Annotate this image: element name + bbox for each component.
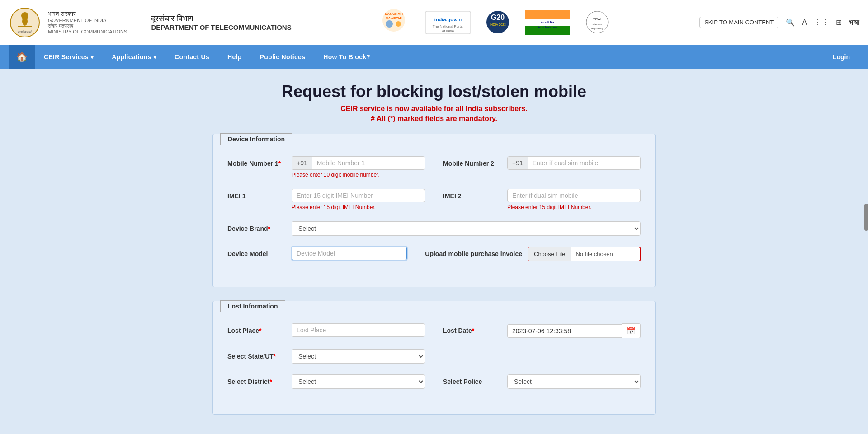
model-input[interactable] (292, 247, 407, 260)
state-row: Select State/UT* Select (227, 349, 641, 364)
mobile2-input[interactable] (528, 157, 640, 169)
nav-login-button[interactable]: Login (824, 45, 859, 69)
lost-date-input[interactable] (507, 324, 622, 338)
imei1-label: IMEI 1 (227, 189, 286, 200)
mobile1-prefix: +91 (292, 157, 312, 169)
lost-info-body: Lost Place* Lost Date* (213, 313, 655, 414)
azadi-logo: Azadi Ka Amrit Mahotsav (525, 10, 570, 35)
lost-date-input-wrap: 📅 (507, 323, 641, 338)
lost-information-section: Lost Information Lost Place* Lost (212, 301, 656, 415)
date-wrap: 📅 (507, 323, 641, 338)
svg-text:telecom: telecom (592, 23, 602, 26)
nav-item-public-notices[interactable]: Public Notices (251, 45, 315, 69)
mobile1-input[interactable] (312, 157, 425, 169)
page-subtitle: CEIR service is now available for all In… (212, 105, 656, 113)
model-group: Device Model (227, 247, 407, 260)
district-select[interactable]: Select (292, 374, 425, 389)
india-gov-logo: india.gov.in The National Portal of Indi… (425, 10, 471, 35)
sitemap-icon-button[interactable]: ⊞ (836, 18, 842, 27)
svg-text:G20: G20 (491, 14, 505, 21)
ashoka-emblem-icon: सत्यमेव जयते (9, 7, 41, 38)
device-info-body: Mobile Number 1* +91 Please enter 10 dig… (213, 145, 655, 287)
upload-label: Upload mobile purchase invoice (425, 247, 522, 257)
svg-text:INDIA 2023: INDIA 2023 (490, 23, 506, 26)
nav-item-ceir-services[interactable]: CEIR Services ▾ (35, 45, 103, 69)
imei2-input[interactable] (507, 189, 641, 202)
ministry-english: MINISTRY OF COMMUNICATIONS (48, 29, 127, 34)
header-left: सत्यमेव जयते भारत सरकार GOVERNMENT OF IN… (9, 7, 292, 38)
model-upload-row: Device Model Upload mobile purchase invo… (227, 247, 641, 261)
calendar-icon-button[interactable]: 📅 (622, 323, 641, 338)
page-mandatory-note: # All (*) marked fields are mandatory. (212, 115, 656, 123)
header-center: SANCHAR SAARTHI india.gov.in The Nationa… (376, 7, 615, 38)
ministry-hindi: संचार मंत्रालय (48, 23, 127, 29)
mobile1-input-wrap: +91 Please enter 10 digit mobile number. (292, 156, 425, 178)
language-button[interactable]: भाषा (849, 19, 859, 27)
top-bar: सत्यमेव जयते भारत सरकार GOVERNMENT OF IN… (0, 0, 868, 45)
top-icons: 🔍 A ⋮⋮ ⊞ (786, 18, 842, 27)
svg-text:india.gov.in: india.gov.in (434, 17, 462, 22)
dept-hindi: दूरसंचार विभाग (151, 14, 291, 23)
mobile1-input-container: +91 (292, 156, 425, 170)
device-information-section: Device Information Mobile Number 1* +91 (212, 134, 656, 287)
skip-link[interactable]: SKIP TO MAIN CONTENT (699, 17, 778, 28)
form-container: Request for blocking lost/stolen mobile … (212, 82, 656, 428)
partner-logos: india.gov.in The National Portal of Indi… (425, 10, 615, 35)
sanchar-saarthi-logo: SANCHAR SAARTHI (376, 7, 412, 38)
svg-point-2 (22, 17, 28, 26)
nav-item-help[interactable]: Help (218, 45, 251, 69)
govt-hindi: भारत सरकार (48, 10, 127, 18)
lost-place-input[interactable] (292, 323, 425, 337)
lost-place-date-row: Lost Place* Lost Date* (227, 323, 641, 338)
lost-info-header: Lost Information (220, 300, 285, 312)
brand-select[interactable]: Select (292, 221, 641, 236)
home-nav-button[interactable]: 🏠 (9, 45, 35, 69)
imei2-input-wrap: Please enter 15 digit IMEI Number. (507, 189, 641, 210)
file-input-container: Choose File No file chosen (528, 247, 641, 261)
svg-text:of India: of India (442, 29, 454, 33)
state-label: Select State/UT* (227, 349, 286, 360)
choose-file-button[interactable]: Choose File (528, 247, 571, 261)
svg-text:Azadi Ka: Azadi Ka (541, 21, 554, 24)
svg-text:सत्यमेव जयते: सत्यमेव जयते (17, 30, 33, 33)
trai-logo: TRAI telecom regulatory (579, 10, 615, 35)
chevron-down-icon: ▾ (153, 53, 156, 61)
scrollbar (864, 204, 868, 231)
mobile2-group: Mobile Number 2 +91 (443, 156, 641, 170)
state-group: Select State/UT* Select (227, 349, 425, 364)
police-select[interactable]: Select (507, 374, 641, 389)
share-icon-button[interactable]: ⋮⋮ (814, 18, 829, 27)
police-label: Select Police (443, 374, 502, 385)
district-group: Select District* Select (227, 374, 425, 389)
nav-item-contact-us[interactable]: Contact Us (165, 45, 218, 69)
svg-text:The National Portal: The National Portal (433, 24, 464, 28)
brand-input-wrap: Select (292, 221, 641, 236)
lost-place-input-wrap (292, 323, 425, 337)
device-info-header: Device Information (220, 133, 292, 145)
lost-place-label: Lost Place* (227, 323, 286, 334)
svg-text:regulatory: regulatory (591, 27, 604, 30)
mobile1-required-star: * (278, 160, 281, 167)
svg-text:SAARTHI: SAARTHI (386, 16, 402, 20)
mobile2-prefix: +91 (508, 157, 528, 169)
nav-item-how-to-block[interactable]: How to block? (314, 45, 379, 69)
brand-label: Device Brand* (227, 221, 286, 232)
search-icon-button[interactable]: 🔍 (786, 18, 795, 27)
chevron-down-icon: ▾ (90, 53, 94, 61)
font-size-icon-button[interactable]: A (802, 19, 807, 27)
imei1-input[interactable] (292, 189, 425, 202)
file-name-label: No file chosen (571, 247, 617, 261)
svg-rect-17 (525, 10, 570, 19)
lost-date-group: Lost Date* 📅 (443, 323, 641, 338)
district-label: Select District* (227, 374, 286, 385)
g20-logo: G20 INDIA 2023 (480, 10, 516, 35)
state-select[interactable]: Select (292, 349, 425, 364)
svg-text:TRAI: TRAI (593, 17, 601, 21)
header-right: SKIP TO MAIN CONTENT 🔍 A ⋮⋮ ⊞ भाषा (699, 17, 859, 28)
brand-group: Device Brand* Select (227, 221, 641, 236)
svg-rect-3 (18, 26, 32, 27)
nav-item-applications[interactable]: Applications ▾ (103, 45, 165, 69)
navbar: 🏠 CEIR Services ▾ Applications ▾ Contact… (0, 45, 868, 69)
svg-point-8 (386, 20, 393, 28)
upload-group: Upload mobile purchase invoice Choose Fi… (425, 247, 641, 261)
